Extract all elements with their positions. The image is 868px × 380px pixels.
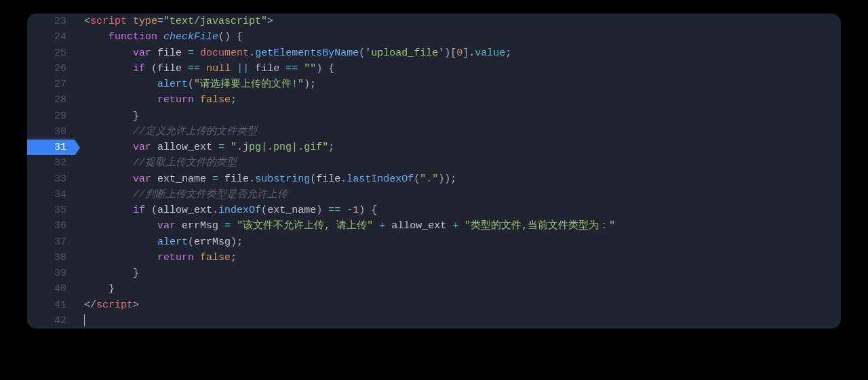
code-content[interactable]: //提取上传文件的类型	[75, 155, 841, 171]
code-token: //提取上传文件的类型	[133, 157, 237, 169]
code-content[interactable]: var allow_ext = ".jpg|.png|.gif";	[75, 140, 841, 155]
code-line[interactable]: 34 //判断上传文件类型是否允许上传	[27, 187, 841, 203]
text-cursor	[84, 314, 85, 326]
code-line[interactable]: 33 var ext_name = file.substring(file.la…	[27, 171, 841, 187]
code-token: null	[206, 63, 231, 75]
code-content[interactable]: if (file == null || file == "") {	[75, 61, 841, 77]
code-token: document	[200, 47, 249, 59]
line-number[interactable]: 28	[27, 92, 75, 108]
code-token: 0	[456, 47, 462, 59]
line-number[interactable]: 27	[27, 77, 75, 92]
code-token: ;	[328, 142, 334, 153]
code-token: );	[231, 236, 243, 248]
line-number[interactable]: 32	[27, 155, 75, 171]
code-line[interactable]: 29 }	[27, 108, 841, 124]
line-number[interactable]: 29	[27, 108, 75, 124]
line-number[interactable]: 36	[27, 218, 75, 234]
code-token: ) {	[316, 63, 334, 75]
line-number[interactable]: 40	[27, 281, 75, 297]
code-content[interactable]: //判断上传文件类型是否允许上传	[75, 187, 841, 203]
code-line[interactable]: 31 var allow_ext = ".jpg|.png|.gif";	[27, 140, 841, 155]
code-line[interactable]: 23<script type="text/javascript">	[27, 14, 841, 29]
code-content[interactable]: return false;	[75, 92, 841, 108]
code-token: (	[188, 236, 194, 248]
code-line[interactable]: 26 if (file == null || file == "") {	[27, 61, 841, 77]
line-number[interactable]: 39	[27, 266, 75, 281]
code-line[interactable]: 36 var errMsg = "该文件不允许上传, 请上传" + allow_…	[27, 218, 841, 234]
code-token	[84, 236, 157, 248]
code-token: >	[133, 299, 139, 311]
code-line[interactable]: 41</script>	[27, 297, 841, 313]
code-line[interactable]: 25 var file = document.getElementsByName…	[27, 45, 841, 61]
code-token: indexOf	[218, 205, 261, 216]
line-number[interactable]: 33	[27, 171, 75, 187]
code-content[interactable]: }	[75, 266, 841, 281]
code-token: lastIndexOf	[347, 173, 414, 185]
code-content[interactable]: }	[75, 281, 841, 297]
code-token: ||	[237, 63, 249, 75]
line-number[interactable]: 23	[27, 14, 75, 29]
code-token	[200, 63, 206, 75]
line-number[interactable]: 37	[27, 234, 75, 250]
code-token: </	[84, 299, 96, 311]
line-number[interactable]: 24	[27, 29, 75, 45]
code-line[interactable]: 35 if (allow_ext.indexOf(ext_name) == -1…	[27, 203, 841, 218]
code-token: getElementsByName	[255, 47, 359, 59]
line-number[interactable]: 25	[27, 45, 75, 61]
line-number[interactable]: 42	[27, 313, 75, 329]
code-token: "类型的文件,当前文件类型为："	[465, 220, 615, 232]
code-token: =	[212, 173, 218, 185]
code-content[interactable]: <script type="text/javascript">	[75, 14, 841, 29]
code-token: value	[475, 47, 505, 59]
code-token: allow_ext	[157, 142, 212, 153]
code-token	[194, 252, 200, 263]
code-token: ext_name	[157, 173, 206, 185]
code-content[interactable]: return false;	[75, 250, 841, 266]
code-content[interactable]: alert("请选择要上传的文件!");	[75, 77, 841, 92]
code-token: ".jpg|.png|.gif"	[231, 142, 328, 153]
code-line[interactable]: 32 //提取上传文件的类型	[27, 155, 841, 171]
line-number[interactable]: 34	[27, 187, 75, 203]
code-line[interactable]: 30 //定义允许上传的文件类型	[27, 124, 841, 140]
code-content[interactable]: if (allow_ext.indexOf(ext_name) == -1) {	[75, 203, 841, 218]
line-number[interactable]: 38	[27, 250, 75, 266]
code-token	[84, 79, 157, 90]
code-line[interactable]: 24 function checkFile() {	[27, 29, 841, 45]
line-number[interactable]: 41	[27, 297, 75, 313]
line-number[interactable]: 35	[27, 203, 75, 218]
line-number[interactable]: 31	[27, 140, 75, 155]
code-token: .	[249, 47, 255, 59]
code-line[interactable]: 37 alert(errMsg);	[27, 234, 841, 250]
code-token	[145, 63, 151, 75]
code-token	[84, 268, 133, 279]
code-token	[298, 63, 304, 75]
code-content[interactable]	[75, 313, 841, 329]
code-token	[84, 142, 133, 153]
code-token: var	[133, 173, 151, 185]
code-content[interactable]: var ext_name = file.substring(file.lastI…	[75, 171, 841, 187]
code-token: var	[157, 220, 176, 232]
code-token	[206, 173, 212, 185]
code-content[interactable]: var errMsg = "该文件不允许上传, 请上传" + allow_ext…	[75, 218, 841, 234]
code-token: <	[84, 16, 90, 27]
code-token	[182, 47, 188, 59]
code-token	[176, 220, 182, 232]
code-line[interactable]: 40 }	[27, 281, 841, 297]
code-content[interactable]: alert(errMsg);	[75, 234, 841, 250]
code-content[interactable]: }	[75, 108, 841, 124]
code-content[interactable]: //定义允许上传的文件类型	[75, 124, 841, 140]
line-number[interactable]: 26	[27, 61, 75, 77]
code-editor[interactable]: 23<script type="text/javascript">24 func…	[27, 14, 841, 329]
code-line[interactable]: 27 alert("请选择要上传的文件!");	[27, 77, 841, 92]
code-content[interactable]: function checkFile() {	[75, 29, 841, 45]
code-line[interactable]: 42	[27, 313, 841, 329]
code-line[interactable]: 28 return false;	[27, 92, 841, 108]
code-token	[84, 189, 133, 200]
code-token: ""	[304, 63, 316, 75]
code-content[interactable]: </script>	[75, 297, 841, 313]
code-line[interactable]: 38 return false;	[27, 250, 841, 266]
code-line[interactable]: 39 }	[27, 266, 841, 281]
code-content[interactable]: var file = document.getElementsByName('u…	[75, 45, 841, 61]
line-number[interactable]: 30	[27, 124, 75, 140]
code-token: >	[267, 16, 273, 27]
